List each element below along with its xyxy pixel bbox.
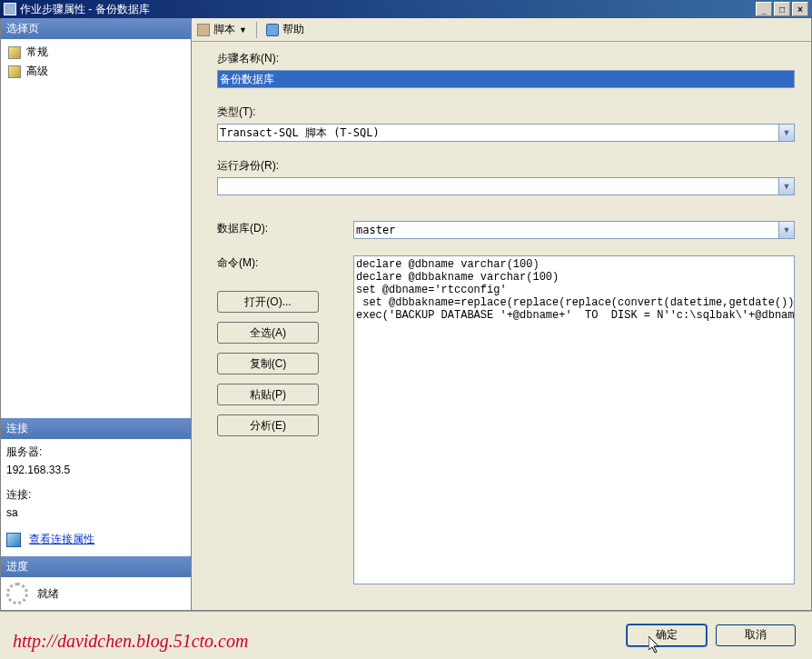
progress-status: 就绪 — [37, 586, 59, 602]
copy-button[interactable]: 复制(C) — [217, 353, 319, 374]
type-label: 类型(T): — [217, 105, 795, 120]
selectall-button[interactable]: 全选(A) — [217, 322, 319, 344]
parse-button[interactable]: 分析(E) — [217, 414, 319, 436]
close-button[interactable]: × — [792, 2, 808, 16]
server-label: 服务器: — [6, 444, 185, 460]
database-combo[interactable] — [353, 221, 795, 239]
spinner-icon — [6, 583, 28, 604]
progress-header: 进度 — [1, 556, 191, 577]
connection-properties-icon — [6, 533, 21, 547]
runas-label: 运行身份(R): — [217, 158, 795, 174]
window-title: 作业步骤属性 - 备份数据库 — [20, 2, 150, 17]
runas-combo[interactable] — [217, 177, 795, 195]
step-name-input[interactable] — [217, 70, 795, 88]
form-area: 步骤名称(N): 类型(T): ▼ 运行身份(R): ▼ — [192, 42, 811, 610]
maximize-button[interactable]: □ — [774, 2, 790, 16]
server-value: 192.168.33.5 — [6, 464, 185, 476]
view-conn-row: 查看连接属性 — [6, 532, 185, 547]
conn-label: 连接: — [6, 487, 185, 503]
select-page-header: 选择页 — [1, 18, 191, 39]
footer: 确定 取消 — [0, 611, 812, 658]
step-name-label: 步骤名称(N): — [217, 51, 795, 66]
connection-section: 服务器: 192.168.33.5 连接: sa 查看连接属性 — [1, 439, 191, 556]
chevron-down-icon: ▼ — [239, 25, 247, 35]
help-button[interactable]: 帮助 — [266, 22, 304, 37]
connection-header: 连接 — [1, 418, 191, 439]
page-icon — [8, 46, 21, 59]
database-label: 数据库(D): — [217, 221, 335, 236]
content-panel: 脚本 ▼ 帮助 步骤名称(N): 类型(T): ▼ — [192, 18, 811, 610]
app-icon — [4, 3, 16, 15]
sidebar-item-label: 高级 — [26, 64, 48, 79]
progress-area: 就绪 — [1, 577, 191, 610]
command-textarea[interactable] — [353, 255, 795, 584]
help-icon — [266, 24, 279, 36]
open-button[interactable]: 打开(O)... — [217, 291, 319, 313]
select-page-body: 常规 高级 — [1, 39, 191, 418]
main-container: 选择页 常规 高级 连接 服务器: 192.168.33.5 连接: sa 查看… — [0, 18, 812, 611]
conn-value: sa — [6, 506, 185, 519]
script-button[interactable]: 脚本 ▼ — [197, 22, 247, 37]
minimize-button[interactable]: _ — [756, 2, 772, 16]
ok-button[interactable]: 确定 — [627, 624, 707, 646]
toolbar: 脚本 ▼ 帮助 — [192, 18, 811, 42]
titlebar: 作业步骤属性 - 备份数据库 _ □ × — [0, 0, 812, 18]
page-icon — [8, 65, 21, 78]
command-label: 命令(M): — [217, 255, 335, 271]
sidebar: 选择页 常规 高级 连接 服务器: 192.168.33.5 连接: sa 查看… — [1, 18, 192, 610]
sidebar-item-general[interactable]: 常规 — [5, 43, 187, 62]
cancel-button[interactable]: 取消 — [716, 624, 796, 646]
script-icon — [197, 24, 210, 36]
type-combo[interactable] — [217, 124, 795, 142]
sidebar-item-label: 常规 — [26, 45, 48, 60]
view-connection-link[interactable]: 查看连接属性 — [29, 533, 94, 545]
paste-button[interactable]: 粘贴(P) — [217, 384, 319, 405]
sidebar-item-advanced[interactable]: 高级 — [5, 62, 187, 81]
